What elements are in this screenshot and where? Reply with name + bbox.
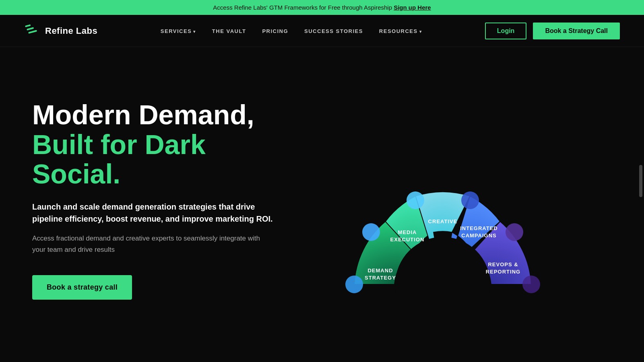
svg-text:CAMPAIGNS: CAMPAIGNS: [461, 232, 496, 239]
svg-text:MEDIA: MEDIA: [398, 229, 417, 235]
login-button[interactable]: Login: [485, 23, 527, 39]
svg-text:CREATIVE: CREATIVE: [428, 218, 458, 224]
svg-rect-2: [28, 30, 37, 34]
hero-text: Modern Demand, Built for Dark Social. La…: [32, 100, 274, 300]
book-strategy-call-button-nav[interactable]: Book a Strategy Call: [533, 23, 620, 39]
nav-item-pricing[interactable]: PRICING: [262, 27, 288, 35]
nav-item-services[interactable]: SERVICES▾: [161, 27, 196, 35]
svg-point-7: [461, 191, 479, 209]
nav-link-pricing[interactable]: PRICING: [262, 28, 288, 34]
banner-link[interactable]: Sign up Here: [394, 4, 431, 11]
svg-text:EXECUTION: EXECUTION: [390, 237, 425, 243]
chevron-down-icon: ▾: [419, 29, 422, 34]
scrollbar[interactable]: [639, 165, 642, 197]
nav-link-resources[interactable]: RESOURCES▾: [379, 28, 422, 34]
svg-point-5: [362, 223, 380, 241]
nav-item-resources[interactable]: RESOURCES▾: [379, 27, 422, 35]
svg-point-8: [506, 223, 523, 241]
chevron-down-icon: ▾: [193, 29, 196, 34]
svg-rect-1: [27, 27, 34, 31]
svg-point-4: [345, 276, 363, 293]
services-diagram: DEMAND STRATEGY MEDIA EXECUTION CREATIVE…: [274, 99, 612, 300]
hero-subheadline: Launch and scale demand generation strat…: [32, 201, 274, 225]
nav-links: SERVICES▾ THE VAULT PRICING SUCCESS STOR…: [161, 27, 422, 35]
nav-item-success[interactable]: SUCCESS STORIES: [304, 27, 363, 35]
book-strategy-call-button-hero[interactable]: Book a strategy call: [32, 275, 132, 300]
svg-point-6: [407, 191, 424, 209]
logo[interactable]: Refine Labs: [24, 23, 97, 39]
svg-text:INTEGRATED: INTEGRATED: [460, 225, 498, 231]
headline-green: Built for Dark Social.: [32, 129, 206, 189]
nav-item-vault[interactable]: THE VAULT: [212, 27, 246, 35]
logo-text: Refine Labs: [45, 26, 97, 36]
svg-rect-0: [25, 24, 31, 27]
fan-diagram-svg: DEMAND STRATEGY MEDIA EXECUTION CREATIVE…: [302, 99, 584, 300]
svg-text:REPORTING: REPORTING: [486, 269, 520, 275]
hero-headline: Modern Demand, Built for Dark Social.: [32, 100, 274, 189]
nav-link-success[interactable]: SUCCESS STORIES: [304, 28, 363, 34]
logo-icon: [24, 23, 41, 39]
navbar: Refine Labs SERVICES▾ THE VAULT PRICING …: [0, 15, 644, 47]
headline-white: Modern Demand,: [32, 99, 254, 130]
hero-section: Modern Demand, Built for Dark Social. La…: [0, 47, 644, 345]
hero-body-text: Access fractional demand and creative ex…: [32, 233, 274, 255]
announcement-banner: Access Refine Labs' GTM Frameworks for F…: [0, 0, 644, 15]
banner-text: Access Refine Labs' GTM Frameworks for F…: [213, 4, 394, 11]
nav-link-services[interactable]: SERVICES▾: [161, 28, 196, 34]
svg-text:STRATEGY: STRATEGY: [365, 275, 396, 281]
svg-text:REVOPS &: REVOPS &: [488, 261, 518, 267]
nav-ctas: Login Book a Strategy Call: [485, 23, 620, 39]
svg-point-9: [522, 276, 540, 293]
svg-text:DEMAND: DEMAND: [367, 267, 393, 274]
nav-link-vault[interactable]: THE VAULT: [212, 28, 246, 34]
